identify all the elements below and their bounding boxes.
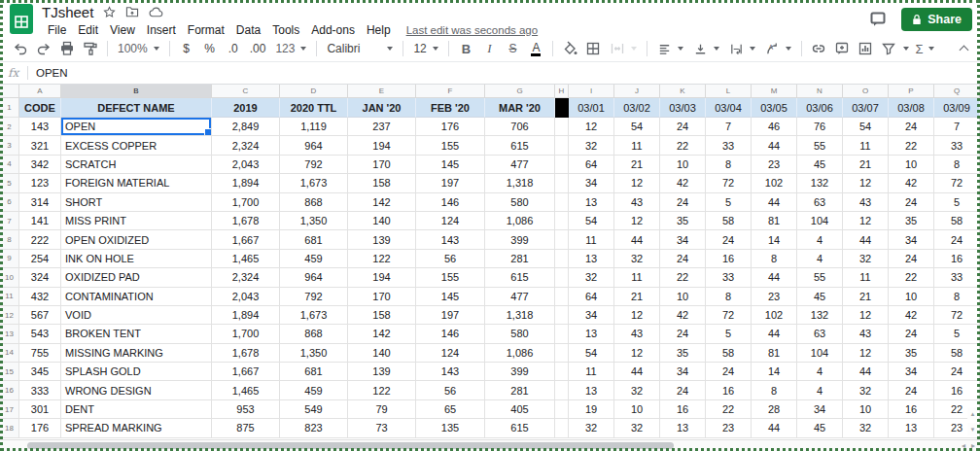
- cell[interactable]: 102: [752, 306, 797, 325]
- cell[interactable]: 54: [569, 344, 614, 363]
- header-cell[interactable]: CODE: [19, 98, 61, 118]
- cell[interactable]: 34: [569, 306, 614, 325]
- cell[interactable]: 2,043: [212, 156, 280, 174]
- cell[interactable]: 24: [889, 325, 934, 343]
- column-header-F[interactable]: F: [416, 85, 485, 98]
- cell[interactable]: [555, 325, 569, 343]
- number-format-select[interactable]: 123: [271, 38, 310, 59]
- row-header-9[interactable]: 9: [0, 250, 19, 268]
- cell[interactable]: 35: [660, 212, 706, 230]
- cell[interactable]: 22: [889, 136, 934, 155]
- cell[interactable]: 64: [569, 288, 614, 306]
- borders-button[interactable]: [582, 38, 604, 59]
- cell[interactable]: 33: [934, 136, 980, 155]
- cell[interactable]: 16: [706, 381, 752, 399]
- cell[interactable]: 155: [416, 268, 485, 287]
- horizontal-align-select[interactable]: [653, 38, 687, 59]
- last-edit-link[interactable]: Last edit was seconds ago: [406, 24, 539, 36]
- header-cell[interactable]: MAR '20: [485, 98, 555, 118]
- cell[interactable]: 24: [660, 193, 706, 212]
- font-select[interactable]: Calibri: [323, 38, 397, 59]
- menu-edit[interactable]: Edit: [72, 23, 104, 37]
- menu-data[interactable]: Data: [230, 23, 266, 37]
- row-header-8[interactable]: 8: [0, 230, 19, 249]
- cell[interactable]: 55: [797, 268, 843, 287]
- column-header-A[interactable]: A: [19, 85, 61, 98]
- cell[interactable]: 237: [348, 118, 416, 136]
- cell[interactable]: 12: [843, 306, 889, 325]
- cell[interactable]: 477: [485, 156, 555, 174]
- cell[interactable]: 55: [797, 136, 843, 155]
- zoom-select[interactable]: 100%: [114, 38, 163, 59]
- menu-help[interactable]: Help: [361, 23, 397, 37]
- cell[interactable]: 21: [843, 288, 889, 306]
- cell[interactable]: 24: [660, 118, 706, 136]
- row-header-15[interactable]: 15: [0, 363, 19, 381]
- cell[interactable]: 1,318: [485, 174, 555, 192]
- cell[interactable]: 176: [19, 419, 61, 437]
- cell[interactable]: 32: [569, 419, 614, 437]
- cell[interactable]: 868: [280, 325, 348, 343]
- cell[interactable]: SPLASH GOLD: [61, 363, 212, 381]
- cell[interactable]: 45: [797, 419, 843, 437]
- cell[interactable]: WRONG DESIGN: [61, 381, 212, 399]
- cell[interactable]: [555, 156, 569, 174]
- cell[interactable]: EXCESS COPPER: [61, 136, 212, 155]
- cell[interactable]: 132: [797, 306, 843, 325]
- cell[interactable]: 34: [889, 363, 934, 381]
- row-header-4[interactable]: 4: [0, 156, 19, 174]
- document-status-cloud-icon[interactable]: [149, 7, 163, 17]
- cell[interactable]: 176: [416, 118, 485, 136]
- cell[interactable]: 139: [348, 363, 416, 381]
- cell[interactable]: [555, 268, 569, 287]
- cell[interactable]: 54: [569, 212, 614, 230]
- cell[interactable]: 43: [614, 325, 660, 343]
- cell[interactable]: 13: [569, 381, 614, 399]
- cell[interactable]: 2,324: [212, 136, 280, 155]
- menu-file[interactable]: File: [42, 23, 72, 37]
- cell[interactable]: 222: [19, 230, 61, 249]
- cell[interactable]: 63: [797, 193, 843, 212]
- cell[interactable]: [555, 193, 569, 212]
- cell[interactable]: 34: [569, 174, 614, 192]
- cell[interactable]: 432: [19, 288, 61, 306]
- cell[interactable]: 24: [660, 325, 706, 343]
- cell[interactable]: 324: [19, 268, 61, 287]
- cell[interactable]: 615: [485, 136, 555, 155]
- cell[interactable]: 76: [797, 118, 843, 136]
- cell[interactable]: 10: [614, 400, 660, 419]
- move-to-folder-icon[interactable]: [125, 6, 139, 17]
- cell[interactable]: 34: [797, 400, 843, 419]
- cell[interactable]: 32: [843, 419, 889, 437]
- cell[interactable]: 135: [416, 419, 485, 437]
- cell[interactable]: 46: [752, 118, 797, 136]
- row-header-3[interactable]: 3: [0, 136, 19, 155]
- cell[interactable]: 33: [934, 268, 980, 287]
- cell[interactable]: 44: [614, 363, 660, 381]
- row-header-17[interactable]: 17: [0, 400, 19, 419]
- cell[interactable]: 42: [660, 174, 706, 192]
- cell[interactable]: 194: [348, 268, 416, 287]
- header-cell[interactable]: 03/05: [752, 98, 797, 118]
- cell[interactable]: 964: [280, 268, 348, 287]
- doc-title[interactable]: TJsheet: [42, 4, 93, 20]
- cell[interactable]: SPREAD MARKING: [61, 419, 212, 437]
- cell[interactable]: 301: [19, 400, 61, 419]
- cell[interactable]: 4: [797, 363, 843, 381]
- cell[interactable]: 158: [348, 306, 416, 325]
- cell[interactable]: [555, 174, 569, 192]
- cell[interactable]: 45: [797, 288, 843, 306]
- row-header-5[interactable]: 5: [0, 174, 19, 192]
- cell[interactable]: 43: [843, 325, 889, 343]
- cell[interactable]: 58: [934, 212, 980, 230]
- cell[interactable]: 8: [706, 288, 752, 306]
- cell[interactable]: 23: [752, 288, 797, 306]
- cell[interactable]: 81: [752, 212, 797, 230]
- cell[interactable]: 72: [706, 174, 752, 192]
- cell[interactable]: 139: [348, 230, 416, 249]
- cell[interactable]: BROKEN TENT: [61, 325, 212, 343]
- cell[interactable]: 122: [348, 250, 416, 268]
- cell[interactable]: 1,086: [485, 212, 555, 230]
- column-header-G[interactable]: G: [485, 85, 555, 98]
- comment-history-icon[interactable]: [869, 11, 888, 28]
